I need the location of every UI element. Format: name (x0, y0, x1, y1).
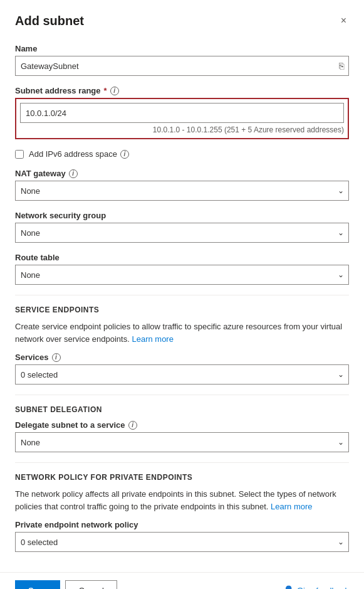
delegate-info-icon: i (128, 421, 137, 430)
network-security-group-select-wrapper: None ⌄ (15, 223, 349, 243)
route-table-select-wrapper: None ⌄ (15, 265, 349, 285)
panel-footer: Save Cancel 👤 Give feedback (0, 572, 364, 589)
subnet-hint: 10.0.1.0 - 10.0.1.255 (251 + 5 Azure res… (20, 125, 344, 134)
name-label: Name (15, 44, 349, 53)
service-endpoints-description: Create service endpoint policies to allo… (15, 321, 349, 345)
subnet-address-range-input[interactable] (20, 103, 344, 123)
ipv6-checkbox[interactable] (15, 150, 24, 159)
panel-body: Name ⎘ Subnet address range * i 10.0.1.0… (0, 39, 364, 572)
subnet-range-wrapper: 10.0.1.0 - 10.0.1.255 (251 + 5 Azure res… (15, 98, 349, 139)
services-info-icon: i (52, 353, 61, 362)
close-icon: × (341, 15, 346, 26)
name-input[interactable] (15, 56, 349, 76)
ipv6-info-icon: i (120, 150, 129, 159)
feedback-icon: 👤 (283, 585, 294, 589)
private-endpoint-label: Private endpoint network policy (15, 520, 349, 529)
private-endpoint-select[interactable]: 0 selected (15, 532, 349, 552)
copy-icon[interactable]: ⎘ (339, 61, 344, 71)
network-security-group-select[interactable]: None (15, 223, 349, 243)
services-select-wrapper: 0 selected ⌄ (15, 364, 349, 385)
services-field-group: Services i 0 selected ⌄ (15, 353, 349, 385)
delegate-field-group: Delegate subnet to a service i None ⌄ (15, 420, 349, 452)
add-subnet-panel: Add subnet × Name ⎘ Subnet address range… (0, 0, 364, 589)
route-table-field-group: Route table None ⌄ (15, 253, 349, 285)
network-policy-description: The network policy affects all private e… (15, 488, 349, 512)
service-endpoints-learn-more[interactable]: Learn more (132, 334, 173, 344)
delegate-select[interactable]: None (15, 432, 349, 452)
services-label: Services i (15, 353, 349, 362)
ipv6-label: Add IPv6 address space i (29, 149, 129, 159)
panel-title: Add subnet (15, 14, 84, 28)
subnet-address-range-info-icon: i (110, 87, 119, 95)
name-input-wrapper: ⎘ (15, 56, 349, 76)
network-policy-learn-more[interactable]: Learn more (271, 502, 312, 511)
route-table-select[interactable]: None (15, 265, 349, 285)
network-security-group-label: Network security group (15, 211, 349, 220)
service-endpoints-heading: SERVICE ENDPOINTS (15, 305, 349, 314)
network-policy-heading: NETWORK POLICY FOR PRIVATE ENDPOINTS (15, 473, 349, 482)
save-button[interactable]: Save (15, 580, 60, 589)
delegate-label: Delegate subnet to a service i (15, 420, 349, 430)
ipv6-checkbox-row: Add IPv6 address space i (15, 149, 349, 159)
subnet-delegation-divider (15, 395, 349, 395)
services-select[interactable]: 0 selected (15, 364, 349, 385)
subnet-address-range-field-group: Subnet address range * i 10.0.1.0 - 10.0… (15, 86, 349, 139)
nat-gateway-select-wrapper: None ⌄ (15, 181, 349, 201)
delegate-select-wrapper: None ⌄ (15, 432, 349, 452)
nat-gateway-select[interactable]: None (15, 181, 349, 201)
cancel-button[interactable]: Cancel (65, 580, 117, 589)
subnet-delegation-heading: SUBNET DELEGATION (15, 405, 349, 414)
close-button[interactable]: × (338, 13, 349, 29)
network-policy-divider (15, 462, 349, 463)
nat-gateway-label: NAT gateway i (15, 169, 349, 178)
network-security-group-field-group: Network security group None ⌄ (15, 211, 349, 243)
private-endpoint-field-group: Private endpoint network policy 0 select… (15, 520, 349, 552)
name-field-group: Name ⎘ (15, 44, 349, 76)
private-endpoint-select-wrapper: 0 selected ⌄ (15, 532, 349, 552)
feedback-label: Give feedback (297, 586, 349, 590)
nat-gateway-info-icon: i (69, 169, 78, 178)
footer-actions: Save Cancel (15, 580, 117, 589)
subnet-address-range-label: Subnet address range * i (15, 86, 349, 95)
give-feedback-link[interactable]: 👤 Give feedback (283, 585, 349, 589)
service-endpoints-divider (15, 295, 349, 295)
panel-header: Add subnet × (0, 0, 364, 39)
route-table-label: Route table (15, 253, 349, 262)
required-marker: * (104, 86, 107, 95)
nat-gateway-field-group: NAT gateway i None ⌄ (15, 169, 349, 201)
